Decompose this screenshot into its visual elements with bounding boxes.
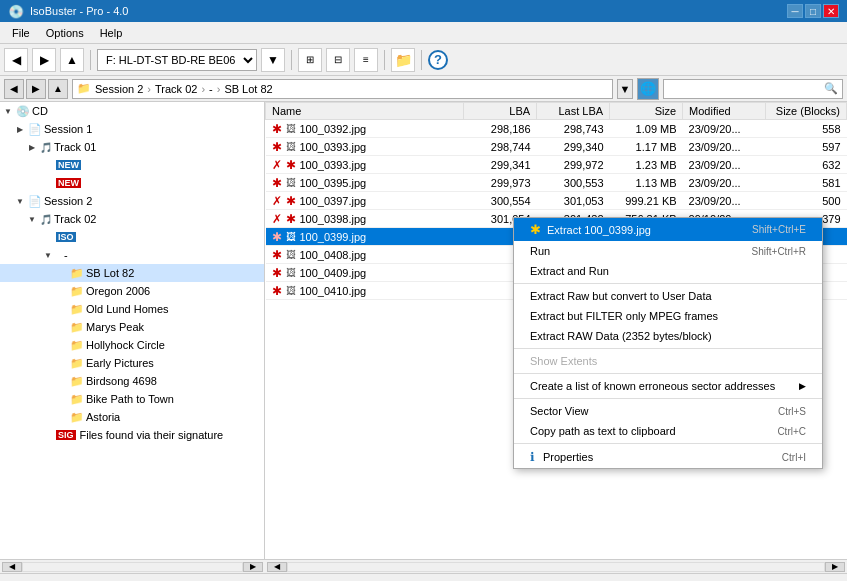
search-box[interactable]: 🔍 <box>663 79 843 99</box>
tree-item-session2[interactable]: ▼ 📄 Session 2 <box>0 192 264 210</box>
col-blocks[interactable]: Size (Blocks) <box>766 103 847 120</box>
tree-hscroll[interactable]: ◀ ▶ <box>0 559 265 573</box>
tree-item-track02[interactable]: ▼ 🎵 Track 02 <box>0 210 264 228</box>
col-lastlba[interactable]: Last LBA <box>537 103 610 120</box>
scroll-track-tree[interactable] <box>22 562 243 572</box>
toolbar-up[interactable]: ▲ <box>60 48 84 72</box>
table-row[interactable]: ✱ 🖼 100_0392.jpg 298,186 298,743 1.09 MB… <box>266 120 847 138</box>
tree-item-bikepath[interactable]: 📁 Bike Path to Town <box>0 390 264 408</box>
drive-select[interactable]: F: HL-DT-ST BD-RE BE06LU10 <box>97 49 257 71</box>
file-name: 100_0393.jpg <box>300 141 367 153</box>
tree-item-oregon[interactable]: 📁 Oregon 2006 <box>0 282 264 300</box>
ctx-extract-mpeg-label: Extract but FILTER only MPEG frames <box>530 310 718 322</box>
ctx-copy-path-label: Copy path as text to clipboard <box>530 425 676 437</box>
tree-item-dash[interactable]: ▼ - <box>0 246 264 264</box>
ctx-extract[interactable]: ✱ Extract 100_0399.jpg Shift+Ctrl+E <box>514 218 822 241</box>
addr-forward[interactable]: ▶ <box>26 79 46 99</box>
col-name[interactable]: Name <box>266 103 464 120</box>
ctx-copy-path[interactable]: Copy path as text to clipboard Ctrl+C <box>514 421 822 441</box>
scroll-left-btn[interactable]: ◀ <box>2 562 22 572</box>
addr-up[interactable]: ▲ <box>48 79 68 99</box>
new2-icon: NEW <box>56 178 81 188</box>
tree-item-early[interactable]: 📁 Early Pictures <box>0 354 264 372</box>
expander-track01[interactable]: ▶ <box>26 141 38 153</box>
close-button[interactable]: ✕ <box>823 4 839 18</box>
folder-icon-oregon: 📁 <box>70 285 84 298</box>
expander-track02[interactable]: ▼ <box>26 213 38 225</box>
address-dropdown[interactable]: ▼ <box>617 79 633 99</box>
tree-item-astoria[interactable]: 📁 Astoria <box>0 408 264 426</box>
tree-item-hollyhock[interactable]: 📁 Hollyhock Circle <box>0 336 264 354</box>
file-blocks: 597 <box>766 138 847 156</box>
file-name: 100_0409.jpg <box>300 267 367 279</box>
scroll-right-btn[interactable]: ▶ <box>243 562 263 572</box>
tree-item-maryspeak[interactable]: 📁 Marys Peak <box>0 318 264 336</box>
maximize-button[interactable]: □ <box>805 4 821 18</box>
ctx-extract-rawdata[interactable]: Extract RAW Data (2352 bytes/block) <box>514 326 822 346</box>
file-name-cell: ✱ 🖼 100_0399.jpg <box>266 228 464 246</box>
toolbar-grid1[interactable]: ⊞ <box>298 48 322 72</box>
scroll-right-btn2[interactable]: ▶ <box>825 562 845 572</box>
ctx-extract-raw[interactable]: Extract Raw but convert to User Data <box>514 286 822 306</box>
ctx-run[interactable]: Run Shift+Ctrl+R <box>514 241 822 261</box>
toolbar-grid3[interactable]: ≡ <box>354 48 378 72</box>
tree-panel[interactable]: ▼ 💿 CD ▶ 📄 Session 1 ▶ 🎵 Track 01 NEW NE… <box>0 102 265 559</box>
tree-label-track01: Track 01 <box>54 141 96 153</box>
addr-go[interactable]: 🌐 <box>637 78 659 100</box>
tree-item-oldlund[interactable]: 📁 Old Lund Homes <box>0 300 264 318</box>
col-size[interactable]: Size <box>610 103 683 120</box>
col-modified[interactable]: Modified <box>683 103 766 120</box>
tree-item-sblot82[interactable]: 📁 SB Lot 82 <box>0 264 264 282</box>
tree-item-session1[interactable]: ▶ 📄 Session 1 <box>0 120 264 138</box>
tree-item-new2[interactable]: NEW <box>0 174 264 192</box>
scroll-left-btn2[interactable]: ◀ <box>267 562 287 572</box>
table-row[interactable]: ✗ ✱ 100_0397.jpg 300,554 301,053 999.21 … <box>266 192 847 210</box>
file-icon: ✱ <box>286 158 296 172</box>
file-panel[interactable]: Name LBA Last LBA Size Modified Size (Bl… <box>265 102 847 559</box>
table-row[interactable]: ✱ 🖼 100_0393.jpg 298,744 299,340 1.17 MB… <box>266 138 847 156</box>
expander-cd[interactable]: ▼ <box>2 105 14 117</box>
scroll-track-file[interactable] <box>287 562 825 572</box>
tree-label-cd: CD <box>32 105 48 117</box>
toolbar-dropdown[interactable]: ▼ <box>261 48 285 72</box>
search-input[interactable] <box>668 83 820 95</box>
addressbar-nav: ◀ ▶ ▲ <box>4 79 68 99</box>
ctx-extract-run[interactable]: Extract and Run <box>514 261 822 281</box>
toolbar-extract[interactable]: 📁 <box>391 48 415 72</box>
file-hscroll[interactable]: ◀ ▶ <box>265 559 847 573</box>
tree-item-new1[interactable]: NEW <box>0 156 264 174</box>
ctx-extract-run-label: Extract and Run <box>530 265 609 277</box>
table-row[interactable]: ✱ 🖼 100_0395.jpg 299,973 300,553 1.13 MB… <box>266 174 847 192</box>
tree-item-signature[interactable]: SIG Files found via their signature <box>0 426 264 444</box>
tree-item-birdsong[interactable]: 📁 Birdsong 4698 <box>0 372 264 390</box>
menu-file[interactable]: File <box>4 25 38 41</box>
cd-icon: 💿 <box>16 105 30 118</box>
expander-session1[interactable]: ▶ <box>14 123 26 135</box>
tree-label-maryspeak: Marys Peak <box>86 321 144 333</box>
menu-options[interactable]: Options <box>38 25 92 41</box>
toolbar-forward[interactable]: ▶ <box>32 48 56 72</box>
expander-dash[interactable]: ▼ <box>42 249 54 261</box>
ctx-extract-mpeg[interactable]: Extract but FILTER only MPEG frames <box>514 306 822 326</box>
bottom-bar: ◀ ▶ ◀ ▶ <box>0 559 847 573</box>
toolbar-back[interactable]: ◀ <box>4 48 28 72</box>
address-path[interactable]: 📁 Session 2 › Track 02 › - › SB Lot 82 <box>72 79 613 99</box>
table-row[interactable]: ✗ ✱ 100_0393.jpg 299,341 299,972 1.23 MB… <box>266 156 847 174</box>
addr-back[interactable]: ◀ <box>4 79 24 99</box>
ctx-sector-view[interactable]: Sector View Ctrl+S <box>514 401 822 421</box>
menu-help[interactable]: Help <box>92 25 131 41</box>
toolbar-grid2[interactable]: ⊟ <box>326 48 350 72</box>
ctx-properties[interactable]: ℹ Properties Ctrl+I <box>514 446 822 468</box>
minimize-button[interactable]: ─ <box>787 4 803 18</box>
file-lastlba: 299,340 <box>537 138 610 156</box>
toolbar-sep1 <box>90 50 91 70</box>
toolbar-help[interactable]: ? <box>428 50 448 70</box>
col-lba[interactable]: LBA <box>464 103 537 120</box>
tree-item-iso[interactable]: ISO <box>0 228 264 246</box>
tree-item-track01[interactable]: ▶ 🎵 Track 01 <box>0 138 264 156</box>
file-name-cell: ✱ 🖼 100_0410.jpg <box>266 282 464 300</box>
ctx-create-list[interactable]: Create a list of known erroneous sector … <box>514 376 822 396</box>
expander-session2[interactable]: ▼ <box>14 195 26 207</box>
titlebar-controls: ─ □ ✕ <box>787 4 839 18</box>
tree-item-cd[interactable]: ▼ 💿 CD <box>0 102 264 120</box>
